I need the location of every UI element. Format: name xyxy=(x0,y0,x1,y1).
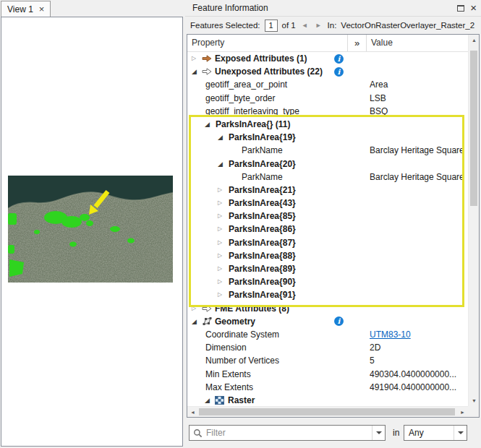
filter-scope-select[interactable]: Any xyxy=(404,425,467,441)
expand-arrow-icon[interactable]: ▷ xyxy=(218,249,228,262)
collapse-arrow-icon[interactable]: ◢ xyxy=(218,158,228,171)
expand-arrow-icon[interactable]: ▷ xyxy=(192,52,202,65)
property-label: Number of Vertices xyxy=(205,354,279,367)
column-expander-button[interactable]: » xyxy=(347,35,367,51)
value-cell xyxy=(370,184,467,197)
filter-input[interactable]: Filter xyxy=(189,425,386,441)
next-feature-button[interactable]: ► xyxy=(314,22,323,29)
vertical-scrollbar[interactable]: ▲ ▼ xyxy=(468,35,479,406)
chevron-down-icon xyxy=(376,431,382,434)
value-cell: LSB xyxy=(370,92,467,105)
filter-dropdown-button[interactable] xyxy=(372,426,385,440)
expand-arrow-icon[interactable]: ▷ xyxy=(218,288,228,301)
scroll-left-icon[interactable]: ◄ xyxy=(187,407,198,418)
tree-row[interactable]: ▷ParksInArea{88} xyxy=(187,249,468,262)
tree-row[interactable]: ◢Raster xyxy=(187,394,468,406)
collapse-arrow-icon[interactable]: ◢ xyxy=(205,394,215,406)
value-column-header[interactable]: Value xyxy=(371,38,393,48)
panel-close-icon[interactable]: × xyxy=(470,4,477,12)
vertical-scrollbar-thumb[interactable] xyxy=(470,51,477,206)
expand-arrow-icon[interactable]: ▷ xyxy=(218,223,228,236)
value-link[interactable]: UTM83-10 xyxy=(370,328,467,341)
map-view[interactable] xyxy=(1,17,183,447)
aerial-map-image xyxy=(8,176,173,283)
expand-arrow-icon[interactable]: ▷ xyxy=(218,210,228,223)
tree-row[interactable]: ▷ParksInArea{86} xyxy=(187,223,468,236)
expand-arrow-icon[interactable]: ▷ xyxy=(218,236,228,249)
tree-row[interactable]: ParkNameBarclay Heritage Square xyxy=(187,144,468,157)
property-cell: Dimension xyxy=(187,341,368,354)
tab-close-icon[interactable]: × xyxy=(39,5,45,14)
tree-row[interactable]: geotiff_byte_orderLSB xyxy=(187,92,468,105)
expand-arrow-icon[interactable]: ▷ xyxy=(218,262,228,275)
tree-row[interactable]: ▷ParksInArea{21} xyxy=(187,184,468,197)
expand-arrow-icon[interactable]: ▷ xyxy=(218,275,228,288)
tree-row[interactable]: ▷ParksInArea{87} xyxy=(187,236,468,249)
info-icon[interactable]: i xyxy=(334,54,344,64)
property-cell: ParkName xyxy=(187,144,368,157)
value-cell xyxy=(370,302,467,315)
scope-dropdown-button[interactable] xyxy=(454,426,467,440)
property-label: Dimension xyxy=(205,341,247,354)
value-cell: Barclay Heritage Square xyxy=(370,144,467,157)
property-label: geotiff_byte_order xyxy=(205,92,276,105)
tree-row[interactable]: ▷ParksInArea{91} xyxy=(187,288,468,301)
tree-row[interactable]: ◢Geometryi xyxy=(187,315,468,328)
value-cell: 491904.0400000000... xyxy=(370,381,467,394)
property-column-header[interactable]: Property xyxy=(192,38,224,48)
tree-row[interactable]: ◢ParksInArea{20} xyxy=(187,158,468,171)
info-icon[interactable]: i xyxy=(334,316,344,326)
info-icon[interactable]: i xyxy=(334,67,344,77)
property-label: ParksInArea{85} xyxy=(228,210,296,223)
tree-row[interactable]: ◢ParksInArea{} (11) xyxy=(187,118,468,131)
tree-row[interactable]: Max Extents491904.0400000000... xyxy=(187,381,468,394)
property-cell: ▷ParksInArea{85} xyxy=(187,210,368,223)
tree-row[interactable]: ParkNameBarclay Heritage Square xyxy=(187,171,468,184)
horizontal-scrollbar[interactable]: ◄ ► xyxy=(187,406,468,417)
property-cell: ◢ParksInArea{} (11) xyxy=(187,118,368,131)
previous-feature-button[interactable]: ◄ xyxy=(300,22,310,29)
tab-label: View 1 xyxy=(7,4,33,14)
property-cell: ◢Raster xyxy=(187,394,368,406)
tree-row[interactable]: ◢Unexposed Attributes (22)i xyxy=(187,65,468,78)
property-cell: geotiff_area_or_point xyxy=(187,78,368,91)
tree-row[interactable]: ▷ParksInArea{43} xyxy=(187,197,468,210)
collapse-arrow-icon[interactable]: ◢ xyxy=(192,315,202,328)
tree-row[interactable]: ▷ParksInArea{85} xyxy=(187,210,468,223)
scroll-down-icon[interactable]: ▼ xyxy=(469,395,480,406)
value-cell xyxy=(370,197,467,210)
feature-type-select[interactable]: VectorOnRasterOverlayer_Raster_2 xyxy=(341,21,481,30)
scroll-up-icon[interactable]: ▲ xyxy=(469,35,480,46)
tree-row[interactable]: Coordinate SystemUTM83-10 xyxy=(187,328,468,341)
collapse-arrow-icon[interactable]: ◢ xyxy=(192,65,202,78)
property-cell: ◢Unexposed Attributes (22)i xyxy=(187,65,368,78)
tab-view-1[interactable]: View 1 × xyxy=(1,1,51,17)
value-cell: Area xyxy=(370,78,467,91)
expand-arrow-icon[interactable]: ▷ xyxy=(218,197,228,210)
property-cell: ▷ParksInArea{87} xyxy=(187,236,368,249)
property-label: Unexposed Attributes (22) xyxy=(214,65,323,78)
tree-row[interactable]: geotiff_interleaving_typeBSQ xyxy=(187,105,468,118)
float-window-icon[interactable] xyxy=(457,5,464,12)
tree-row[interactable]: ▷FME Attributes (8) xyxy=(187,302,468,315)
tree-row[interactable]: Min Extents490304.0400000000... xyxy=(187,368,468,381)
tree-row[interactable]: ◢ParksInArea{19} xyxy=(187,131,468,144)
expand-arrow-icon[interactable]: ▷ xyxy=(218,184,228,197)
tree-row[interactable]: ▷ParksInArea{90} xyxy=(187,275,468,288)
property-cell: Max Extents xyxy=(187,381,368,394)
tree-row[interactable]: Dimension2D xyxy=(187,341,468,354)
tree-row[interactable]: Number of Vertices5 xyxy=(187,354,468,367)
value-cell xyxy=(370,118,467,131)
property-label: Coordinate System xyxy=(205,328,279,341)
collapse-arrow-icon[interactable]: ◢ xyxy=(218,131,228,144)
value-cell: Barclay Heritage Square xyxy=(370,171,467,184)
tree-row[interactable]: ▷Exposed Attributes (1)i xyxy=(187,52,468,65)
tree-row[interactable]: ▷ParksInArea{89} xyxy=(187,262,468,275)
collapse-arrow-icon[interactable]: ◢ xyxy=(205,118,215,131)
horizontal-scrollbar-thumb[interactable] xyxy=(199,408,455,415)
expand-arrow-icon[interactable]: ▷ xyxy=(192,302,202,315)
scroll-right-icon[interactable]: ► xyxy=(457,407,468,418)
property-cell: ▷Exposed Attributes (1)i xyxy=(187,52,368,65)
feature-index-box[interactable]: 1 xyxy=(265,20,278,32)
tree-row[interactable]: geotiff_area_or_pointArea xyxy=(187,78,468,91)
